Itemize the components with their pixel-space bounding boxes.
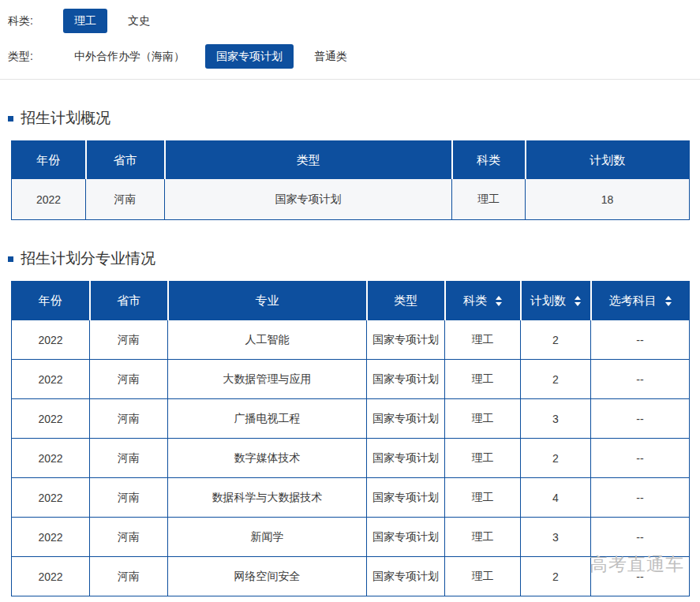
cell-subject: 理工: [445, 557, 521, 596]
table-row: 2022河南数据科学与大数据技术国家专项计划理工4--: [12, 478, 690, 518]
divider: [0, 79, 700, 80]
filters: 科类: 理工文史 类型: 中外合作办学（海南）国家专项计划普通类: [0, 0, 700, 69]
column-header-label: 类型: [297, 152, 320, 166]
cell-year: 2022: [12, 360, 90, 399]
column-header-subject[interactable]: 科类: [445, 282, 521, 320]
cell-type: 国家专项计划: [367, 518, 445, 557]
cell-plan-count: 2: [521, 320, 591, 360]
cell-province: 河南: [90, 320, 168, 360]
filter-subject-category-label: 科类:: [8, 14, 54, 28]
cell-plan-count: 18: [526, 179, 690, 220]
filter-plan-type-options: 中外合作办学（海南）国家专项计划普通类: [63, 44, 368, 69]
cell-exam-subjects: --: [591, 518, 690, 557]
cell-exam-subjects: --: [591, 478, 690, 518]
cell-exam-subjects: --: [591, 439, 690, 478]
cell-year: 2022: [12, 439, 90, 478]
cell-major: 网络空间安全: [168, 557, 367, 596]
sort-caret-icon: [496, 296, 502, 306]
cell-year: 2022: [12, 399, 90, 439]
square-bullet-icon: [8, 256, 13, 262]
cell-plan-count: 3: [521, 399, 591, 439]
sort-caret-icon: [575, 296, 581, 306]
cell-subject: 理工: [445, 518, 521, 557]
table-row: 2022河南大数据管理与应用国家专项计划理工2--: [12, 360, 690, 399]
cell-exam-subjects: --: [591, 557, 690, 596]
cell-major: 数据科学与大数据技术: [168, 478, 367, 518]
cell-province: 河南: [90, 557, 168, 596]
cell-province: 河南: [90, 399, 168, 439]
table-row: 2022河南新闻学国家专项计划理工3--: [12, 518, 690, 557]
column-header-type: 类型: [165, 141, 452, 179]
column-header-subject: 科类: [452, 141, 526, 179]
cell-major: 新闻学: [168, 518, 367, 557]
cell-major: 数字媒体技术: [168, 439, 367, 478]
cell-type: 国家专项计划: [367, 478, 445, 518]
column-header-label: 专业: [256, 294, 279, 307]
column-header-label: 计划数: [590, 152, 625, 166]
cell-type: 国家专项计划: [367, 439, 445, 478]
cell-subject: 理工: [445, 320, 521, 360]
cell-plan-count: 3: [521, 518, 591, 557]
cell-type: 国家专项计划: [367, 557, 445, 596]
cell-subject: 理工: [452, 179, 526, 220]
filter-option[interactable]: 中外合作办学（海南）: [63, 44, 196, 69]
cell-subject: 理工: [445, 478, 521, 518]
sort-caret-icon: [665, 296, 672, 306]
overview-table-body: 2022河南国家专项计划理工18: [12, 179, 690, 220]
column-header-label: 省市: [117, 294, 140, 307]
majors-table-body: 2022河南人工智能国家专项计划理工2--2022河南大数据管理与应用国家专项计…: [12, 320, 690, 596]
overview-table-head: 年份省市类型科类计划数: [12, 141, 690, 179]
table-row: 2022河南国家专项计划理工18: [12, 179, 690, 220]
majors-table-head: 年份省市专业类型科类计划数选考科目: [12, 282, 690, 320]
cell-major: 大数据管理与应用: [168, 360, 367, 399]
column-header-year: 年份: [12, 282, 90, 320]
cell-province: 河南: [90, 439, 168, 478]
cell-major: 人工智能: [168, 320, 367, 360]
filter-option[interactable]: 国家专项计划: [205, 44, 294, 69]
majors-section-title-text: 招生计划分专业情况: [21, 249, 155, 269]
cell-plan-count: 2: [521, 439, 591, 478]
cell-year: 2022: [12, 478, 90, 518]
cell-year: 2022: [12, 557, 90, 596]
cell-province: 河南: [86, 179, 165, 220]
cell-exam-subjects: --: [591, 320, 690, 360]
table-row: 2022河南数字媒体技术国家专项计划理工2--: [12, 439, 690, 478]
cell-exam-subjects: --: [591, 360, 690, 399]
filter-plan-type-label: 类型:: [8, 50, 54, 64]
column-header-exam-subjects[interactable]: 选考科目: [591, 282, 690, 320]
column-header-province: 省市: [90, 282, 168, 320]
cell-year: 2022: [12, 179, 86, 220]
column-header-plan-count: 计划数: [526, 141, 690, 179]
cell-subject: 理工: [445, 399, 521, 439]
filter-option[interactable]: 理工: [63, 9, 107, 33]
column-header-plan-count[interactable]: 计划数: [521, 282, 591, 320]
filter-option[interactable]: 普通类: [303, 44, 358, 69]
cell-type: 国家专项计划: [165, 179, 452, 220]
cell-type: 国家专项计划: [367, 320, 445, 360]
cell-province: 河南: [90, 478, 168, 518]
majors-table: 年份省市专业类型科类计划数选考科目 2022河南人工智能国家专项计划理工2--2…: [11, 281, 690, 596]
section-title-overview: 招生计划概况: [8, 108, 700, 129]
column-header-label: 年份: [36, 152, 60, 166]
overview-section-title-text: 招生计划概况: [21, 108, 110, 129]
cell-year: 2022: [12, 320, 90, 360]
header-row: 年份省市专业类型科类计划数选考科目: [12, 282, 690, 320]
cell-plan-count: 4: [521, 478, 591, 518]
cell-type: 国家专项计划: [367, 360, 445, 399]
table-row: 2022河南网络空间安全国家专项计划理工2--: [12, 557, 690, 596]
square-bullet-icon: [8, 116, 13, 122]
filter-row-plan-type: 类型: 中外合作办学（海南）国家专项计划普通类: [8, 43, 700, 69]
cell-subject: 理工: [445, 439, 521, 478]
column-header-label: 年份: [39, 294, 62, 307]
header-row: 年份省市类型科类计划数: [12, 141, 690, 179]
overview-table: 年份省市类型科类计划数 2022河南国家专项计划理工18: [11, 140, 690, 220]
column-header-province: 省市: [86, 141, 165, 179]
column-header-year: 年份: [12, 141, 86, 179]
page: 科类: 理工文史 类型: 中外合作办学（海南）国家专项计划普通类 招生计划概况 …: [0, 0, 700, 602]
table-row: 2022河南人工智能国家专项计划理工2--: [12, 320, 690, 360]
cell-subject: 理工: [445, 360, 521, 399]
filter-option[interactable]: 文史: [117, 9, 161, 33]
cell-province: 河南: [90, 518, 168, 557]
column-header-label: 类型: [394, 294, 417, 307]
filter-subject-category-options: 理工文史: [63, 9, 170, 33]
